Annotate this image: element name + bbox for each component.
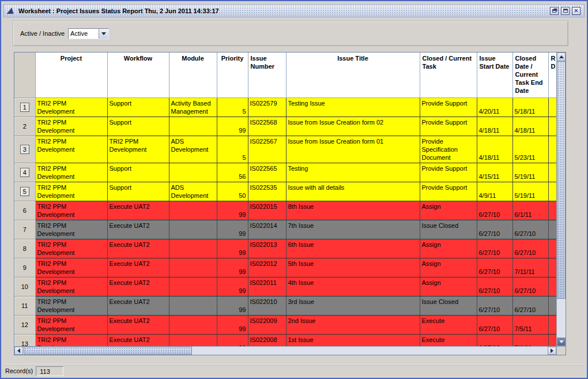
cell-issue-number: IS022567: [248, 136, 286, 163]
cell-priority: 99: [217, 296, 248, 315]
cell-rd: [548, 258, 556, 277]
header-workflow: Workflow: [107, 52, 169, 97]
table-row[interactable]: 9 TRI2 PPM Development Execute UAT2 99 I…: [14, 258, 556, 277]
cell-module: [169, 163, 217, 182]
worksheet-icon: [7, 7, 16, 14]
cell-task: Assign: [420, 239, 477, 258]
cell-project: TRI2 PPM Development: [35, 117, 107, 136]
table-row[interactable]: 12 TRI2 PPM Development Execute UAT2 99 …: [14, 315, 556, 334]
cell-module: [169, 201, 217, 220]
cell-end-date: 4/18/11: [512, 117, 548, 136]
combobox-dropdown-button[interactable]: [99, 29, 108, 39]
row-number-cell[interactable]: 2: [14, 117, 35, 136]
table-row[interactable]: 3 TRI2 PPM Development TRI2 PPM Developm…: [14, 136, 556, 163]
row-number: 3: [23, 146, 27, 153]
table-row[interactable]: 4 TRI2 PPM Development Support 56 IS0225…: [14, 163, 556, 182]
cell-rd: [548, 239, 556, 258]
row-number-cell[interactable]: 13: [14, 334, 35, 346]
cell-project: TRI2 PPM Development: [35, 239, 107, 258]
vertical-scrollbar[interactable]: [556, 52, 566, 346]
table-row[interactable]: 8 TRI2 PPM Development Execute UAT2 99 I…: [14, 239, 556, 258]
cell-workflow: Execute UAT2: [107, 296, 169, 315]
table-row[interactable]: 6 TRI2 PPM Development Execute UAT2 99 I…: [14, 201, 556, 220]
vertical-scroll-track[interactable]: [557, 61, 566, 337]
chevron-down-icon: [101, 32, 106, 35]
scroll-down-button[interactable]: [557, 337, 566, 346]
row-number-cell[interactable]: 12: [14, 315, 35, 334]
row-number-cell[interactable]: 3: [14, 136, 35, 163]
cell-issue-title: 3rd Issue: [286, 296, 420, 315]
table-row[interactable]: 1 TRI2 PPM Development Support Activity …: [14, 97, 556, 117]
cell-start-date: 6/27/10: [477, 258, 512, 277]
window-title: Worksheet : Project Issues Status Report…: [18, 7, 546, 14]
title-bar[interactable]: Worksheet : Project Issues Status Report…: [3, 4, 585, 17]
horizontal-scroll-track[interactable]: [23, 347, 548, 355]
cell-issue-title: 6th Issue: [286, 239, 420, 258]
arrow-left-icon: [17, 348, 20, 353]
row-number-cell[interactable]: 1: [14, 97, 35, 117]
cell-issue-title: 5th Issue: [286, 258, 420, 277]
row-number: 1: [23, 104, 27, 111]
cell-workflow: Support: [107, 97, 169, 117]
cell-issue-title: Testing Issue: [286, 97, 420, 117]
cell-rd: [548, 201, 556, 220]
row-number: 2: [23, 123, 27, 130]
cell-issue-title: 7th Issue: [286, 220, 420, 239]
cell-issue-number: IS022008: [248, 334, 286, 346]
cell-module: [169, 334, 217, 346]
cell-priority: 99: [217, 315, 248, 334]
cell-issue-number: IS022568: [248, 117, 286, 136]
cell-module: ADS Development: [169, 182, 217, 201]
active-filter-combobox[interactable]: Active: [68, 28, 109, 39]
row-number-cell[interactable]: 7: [14, 220, 35, 239]
restore-button[interactable]: [550, 7, 559, 15]
cell-workflow: Execute UAT2: [107, 201, 169, 220]
row-number-cell[interactable]: 10: [14, 277, 35, 296]
cell-priority: 99: [217, 258, 248, 277]
scroll-left-button[interactable]: [14, 347, 23, 355]
cell-priority: 5: [217, 97, 248, 117]
maximize-button[interactable]: [561, 7, 570, 15]
close-button[interactable]: ✕: [572, 7, 581, 15]
arrow-up-icon: [559, 55, 564, 58]
cell-rd: [548, 97, 556, 117]
horizontal-scrollbar[interactable]: [14, 346, 556, 355]
scroll-right-button[interactable]: [548, 347, 556, 355]
record-count-value: 113: [36, 366, 63, 376]
cell-workflow: Execute UAT2: [107, 239, 169, 258]
table-row[interactable]: 10 TRI2 PPM Development Execute UAT2 99 …: [14, 277, 556, 296]
scroll-up-button[interactable]: [557, 52, 566, 61]
row-number: 5: [23, 188, 27, 195]
horizontal-scrollbar-thumb[interactable]: [24, 347, 192, 355]
table-row[interactable]: 13 TRI2 PPM Development Execute UAT2 99 …: [14, 334, 556, 346]
vertical-scrollbar-thumb[interactable]: [557, 61, 566, 299]
cell-project: TRI2 PPM Development: [35, 182, 107, 201]
cell-project: TRI2 PPM Development: [35, 163, 107, 182]
table-row[interactable]: 5 TRI2 PPM Development Support ADS Devel…: [14, 182, 556, 201]
row-number: 12: [21, 321, 28, 328]
cell-start-date: 6/27/10: [477, 315, 512, 334]
table-row[interactable]: 11 TRI2 PPM Development Execute UAT2 99 …: [14, 296, 556, 315]
header-module: Module: [169, 52, 217, 97]
header-issue-number: Issue Number: [248, 52, 286, 97]
table-row[interactable]: 2 TRI2 PPM Development Support 99 IS0225…: [14, 117, 556, 136]
cell-rd: [548, 182, 556, 201]
header-issue-title: Issue Title: [286, 52, 420, 97]
row-number-cell[interactable]: 6: [14, 201, 35, 220]
cell-module: Activity Based Management: [169, 97, 217, 117]
row-number-cell[interactable]: 4: [14, 163, 35, 182]
row-number-cell[interactable]: 11: [14, 296, 35, 315]
row-number-cell[interactable]: 8: [14, 239, 35, 258]
row-number-cell[interactable]: 9: [14, 258, 35, 277]
row-number-cell[interactable]: 5: [14, 182, 35, 201]
row-number: 4: [23, 169, 27, 176]
table-row[interactable]: 7 TRI2 PPM Development Execute UAT2 99 I…: [14, 220, 556, 239]
cell-priority: 5: [217, 136, 248, 163]
cell-start-date: 4/9/11: [477, 182, 512, 201]
issues-grid: Project Workflow Module Priority Issue N…: [14, 52, 556, 346]
restore-icon: [552, 9, 556, 13]
cell-end-date: 5/19/11: [512, 182, 548, 201]
cell-workflow: Execute UAT2: [107, 334, 169, 346]
cell-start-date: 6/27/10: [477, 239, 512, 258]
cell-issue-title: 1st Issue: [286, 334, 420, 346]
